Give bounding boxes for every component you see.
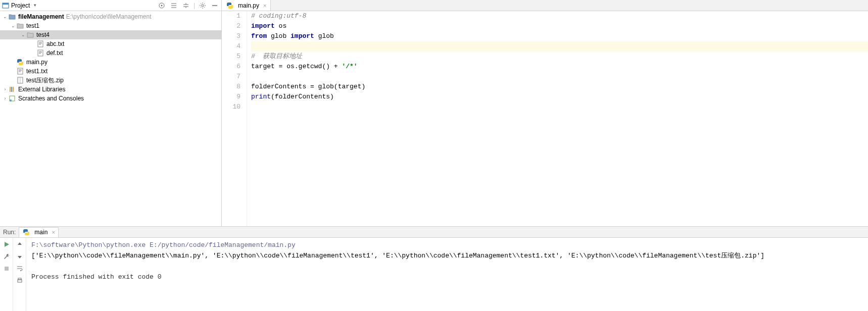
svg-point-3	[161, 5, 162, 6]
wrench-icon[interactable]	[2, 252, 11, 261]
tree-label: test1.txt	[26, 68, 47, 75]
close-icon[interactable]: ×	[263, 3, 266, 9]
archive-file-icon	[16, 76, 24, 84]
tree-file-def[interactable]: def.txt	[0, 48, 221, 58]
code-line	[251, 102, 868, 112]
run-toolbar-right	[13, 238, 26, 311]
svg-rect-11	[13, 87, 14, 92]
svg-rect-9	[10, 87, 11, 92]
run-tab[interactable]: main ×	[19, 227, 58, 237]
tree-file-abc[interactable]: abc.txt	[0, 39, 221, 48]
tree-folder-test1[interactable]: ⌄ test1	[0, 21, 221, 30]
up-icon[interactable]	[15, 240, 24, 249]
run-tab-label: main	[34, 229, 47, 236]
collapse-all-icon[interactable]	[181, 1, 190, 10]
svg-rect-14	[5, 267, 9, 271]
dropdown-icon[interactable]: ▼	[33, 3, 37, 8]
settings-icon[interactable]	[198, 1, 207, 10]
svg-rect-16	[18, 278, 21, 280]
code-line: from glob import glob	[251, 31, 868, 41]
console-line: ['E:\\python\\code\\fileManagement\\main…	[31, 252, 764, 260]
expand-all-icon[interactable]	[169, 1, 178, 10]
python-file-icon	[22, 228, 30, 236]
project-sidebar: Project ▼ | ⌄ fileManagement E:\python\c…	[0, 0, 222, 226]
svg-rect-1	[3, 3, 9, 5]
close-icon[interactable]: ×	[52, 229, 55, 235]
run-toolbar-left	[0, 238, 13, 311]
tree-scratches[interactable]: › Scratches and Consoles	[0, 94, 221, 103]
chevron-right-icon[interactable]: ›	[2, 87, 8, 92]
run-header: Run: main ×	[0, 227, 868, 238]
code-line: target = os.getcwd() + '/*'	[251, 62, 868, 72]
tree-folder-test4[interactable]: ⌄ test4	[0, 30, 221, 39]
editor-tabs: main.py ×	[222, 0, 868, 11]
console-exit: Process finished with exit code 0	[31, 273, 161, 281]
project-name: fileManagement	[18, 13, 64, 20]
run-panel: Run: main × F:\software\Python\python.ex…	[0, 226, 868, 311]
chevron-down-icon[interactable]: ⌄	[2, 14, 8, 19]
editor-area: main.py × 1 2 3 4 5 6 7 8 9 10 # coding:…	[222, 0, 868, 226]
chevron-right-icon[interactable]: ›	[2, 96, 8, 101]
chevron-down-icon[interactable]: ⌄	[20, 32, 26, 37]
tree-file-zip[interactable]: test压缩包.zip	[0, 76, 221, 85]
code-editor[interactable]: 1 2 3 4 5 6 7 8 9 10 # coding:utf-8 impo…	[222, 11, 868, 226]
python-file-icon	[16, 58, 24, 66]
folder-icon	[26, 31, 34, 39]
tree-label: test压缩包.zip	[26, 76, 64, 85]
tree-file-main[interactable]: main.py	[0, 58, 221, 67]
project-title[interactable]: Project	[11, 2, 30, 9]
project-toolbar: Project ▼ |	[0, 0, 221, 11]
code-line: # 获取目标地址	[251, 51, 868, 62]
svg-rect-6	[38, 50, 43, 56]
svg-rect-7	[18, 68, 23, 74]
editor-tab-main[interactable]: main.py ×	[222, 0, 271, 11]
tree-label: External Libraries	[18, 86, 65, 93]
console-output[interactable]: F:\software\Python\python.exe E:/python/…	[26, 238, 868, 311]
svg-rect-15	[18, 280, 22, 282]
tab-label: main.py	[238, 2, 259, 9]
code-line: # coding:utf-8	[251, 11, 868, 21]
scratches-icon	[8, 94, 16, 102]
code-line	[251, 41, 868, 51]
tree-external-libraries[interactable]: › External Libraries	[0, 85, 221, 94]
project-tree[interactable]: ⌄ fileManagement E:\python\code\fileMana…	[0, 11, 221, 226]
code-line: print(folderContents)	[251, 92, 868, 102]
text-file-icon	[16, 67, 24, 75]
tree-label: Scratches and Consoles	[18, 95, 84, 102]
tree-label: test1	[26, 22, 39, 29]
folder-icon	[8, 13, 16, 21]
tree-label: abc.txt	[46, 40, 64, 47]
line-gutter: 1 2 3 4 5 6 7 8 9 10	[222, 11, 247, 226]
tree-label: test4	[36, 31, 50, 38]
text-file-icon	[36, 40, 44, 48]
code-line: import os	[251, 21, 868, 31]
tree-file-test1txt[interactable]: test1.txt	[0, 67, 221, 76]
stop-icon[interactable]	[2, 264, 11, 273]
text-file-icon	[36, 49, 44, 57]
print-icon[interactable]	[15, 276, 24, 285]
separator: |	[194, 2, 195, 9]
run-body: F:\software\Python\python.exe E:/python/…	[0, 238, 868, 311]
hide-icon[interactable]	[210, 1, 219, 10]
tree-label: def.txt	[46, 49, 63, 57]
svg-rect-5	[38, 41, 43, 47]
svg-point-13	[10, 99, 12, 101]
run-label: Run:	[3, 229, 16, 236]
svg-point-4	[202, 5, 204, 7]
rerun-icon[interactable]	[2, 240, 11, 249]
code-line	[251, 72, 868, 82]
tree-project-root[interactable]: ⌄ fileManagement E:\python\code\fileMana…	[0, 12, 221, 21]
python-file-icon	[226, 2, 234, 10]
svg-rect-10	[11, 87, 12, 92]
project-path: E:\python\code\fileManagement	[66, 13, 152, 20]
project-icon	[2, 2, 9, 9]
chevron-down-icon[interactable]: ⌄	[10, 23, 16, 28]
locate-icon[interactable]	[157, 1, 166, 10]
soft-wrap-icon[interactable]	[15, 264, 24, 273]
code-content[interactable]: # coding:utf-8 import os from glob impor…	[247, 11, 868, 226]
code-line: folderContents = glob(target)	[251, 82, 868, 92]
tree-label: main.py	[26, 59, 47, 66]
folder-icon	[16, 22, 24, 30]
down-icon[interactable]	[15, 252, 24, 261]
console-command: F:\software\Python\python.exe E:/python/…	[31, 241, 296, 249]
